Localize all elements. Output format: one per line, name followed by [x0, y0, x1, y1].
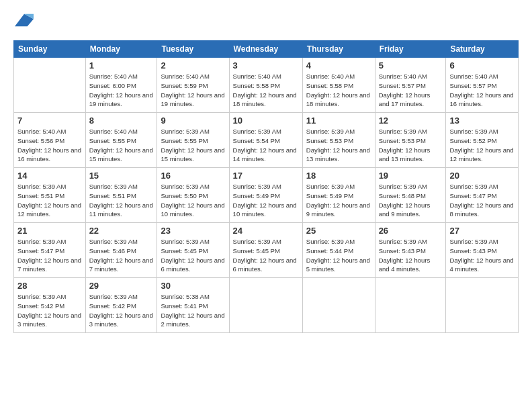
- calendar-cell: [229, 278, 302, 333]
- calendar-cell: 29Sunrise: 5:39 AM Sunset: 5:42 PM Dayli…: [85, 278, 157, 333]
- calendar-cell: 12Sunrise: 5:39 AM Sunset: 5:53 PM Dayli…: [375, 113, 446, 168]
- week-row-3: 14Sunrise: 5:39 AM Sunset: 5:51 PM Dayli…: [14, 168, 519, 223]
- calendar-cell: 16Sunrise: 5:39 AM Sunset: 5:50 PM Dayli…: [157, 168, 229, 223]
- day-number: 1: [89, 60, 154, 71]
- day-number: 5: [379, 60, 443, 71]
- day-number: 18: [306, 171, 371, 181]
- day-number: 21: [17, 226, 82, 236]
- day-number: 29: [89, 281, 154, 291]
- calendar-cell: [302, 278, 375, 333]
- calendar-cell: 7Sunrise: 5:40 AM Sunset: 5:56 PM Daylig…: [14, 113, 86, 168]
- day-info: Sunrise: 5:39 AM Sunset: 5:47 PM Dayligh…: [17, 237, 82, 274]
- day-number: 22: [89, 226, 154, 236]
- calendar-cell: 25Sunrise: 5:39 AM Sunset: 5:44 PM Dayli…: [302, 223, 375, 278]
- column-header-thursday: Thursday: [302, 41, 375, 58]
- calendar-cell: 27Sunrise: 5:39 AM Sunset: 5:43 PM Dayli…: [446, 223, 519, 278]
- calendar-cell: 1Sunrise: 5:40 AM Sunset: 6:00 PM Daylig…: [85, 58, 157, 113]
- day-info: Sunrise: 5:39 AM Sunset: 5:46 PM Dayligh…: [89, 237, 154, 274]
- day-info: Sunrise: 5:39 AM Sunset: 5:51 PM Dayligh…: [17, 182, 82, 219]
- day-info: Sunrise: 5:39 AM Sunset: 5:53 PM Dayligh…: [379, 127, 443, 164]
- day-info: Sunrise: 5:40 AM Sunset: 5:56 PM Dayligh…: [17, 127, 82, 164]
- day-info: Sunrise: 5:40 AM Sunset: 5:55 PM Dayligh…: [89, 127, 154, 164]
- calendar-cell: 9Sunrise: 5:39 AM Sunset: 5:55 PM Daylig…: [157, 113, 229, 168]
- calendar-cell: 4Sunrise: 5:40 AM Sunset: 5:58 PM Daylig…: [302, 58, 375, 113]
- calendar-cell: [375, 278, 446, 333]
- day-number: 8: [89, 116, 154, 126]
- day-info: Sunrise: 5:39 AM Sunset: 5:45 PM Dayligh…: [233, 237, 299, 274]
- calendar-cell: 21Sunrise: 5:39 AM Sunset: 5:47 PM Dayli…: [14, 223, 86, 278]
- logo-icon: [15, 11, 34, 30]
- day-number: 23: [161, 226, 225, 236]
- column-header-friday: Friday: [375, 41, 446, 58]
- header: [13, 12, 519, 32]
- week-row-4: 21Sunrise: 5:39 AM Sunset: 5:47 PM Dayli…: [14, 223, 519, 278]
- day-number: 11: [306, 116, 371, 126]
- day-info: Sunrise: 5:38 AM Sunset: 5:41 PM Dayligh…: [161, 292, 225, 329]
- day-number: 4: [306, 60, 371, 71]
- header-row: SundayMondayTuesdayWednesdayThursdayFrid…: [14, 41, 519, 58]
- calendar-cell: 2Sunrise: 5:40 AM Sunset: 5:59 PM Daylig…: [157, 58, 229, 113]
- day-number: 6: [449, 60, 515, 71]
- day-info: Sunrise: 5:39 AM Sunset: 5:52 PM Dayligh…: [449, 127, 515, 164]
- day-info: Sunrise: 5:39 AM Sunset: 5:43 PM Dayligh…: [449, 237, 515, 274]
- day-info: Sunrise: 5:40 AM Sunset: 5:58 PM Dayligh…: [306, 72, 371, 109]
- day-number: 30: [161, 281, 225, 291]
- day-info: Sunrise: 5:39 AM Sunset: 5:47 PM Dayligh…: [449, 182, 515, 219]
- calendar-cell: 30Sunrise: 5:38 AM Sunset: 5:41 PM Dayli…: [157, 278, 229, 333]
- calendar-table: SundayMondayTuesdayWednesdayThursdayFrid…: [13, 40, 519, 333]
- day-number: 7: [17, 116, 82, 126]
- day-number: 16: [161, 171, 225, 181]
- column-header-saturday: Saturday: [446, 41, 519, 58]
- day-info: Sunrise: 5:40 AM Sunset: 5:59 PM Dayligh…: [161, 72, 225, 109]
- day-info: Sunrise: 5:39 AM Sunset: 5:55 PM Dayligh…: [161, 127, 225, 164]
- day-info: Sunrise: 5:39 AM Sunset: 5:43 PM Dayligh…: [379, 237, 443, 274]
- day-number: 9: [161, 116, 225, 126]
- calendar-cell: 8Sunrise: 5:40 AM Sunset: 5:55 PM Daylig…: [85, 113, 157, 168]
- day-number: 14: [17, 171, 82, 181]
- calendar-cell: 24Sunrise: 5:39 AM Sunset: 5:45 PM Dayli…: [229, 223, 302, 278]
- logo: [13, 12, 34, 32]
- column-header-tuesday: Tuesday: [157, 41, 229, 58]
- calendar-cell: 3Sunrise: 5:40 AM Sunset: 5:58 PM Daylig…: [229, 58, 302, 113]
- day-info: Sunrise: 5:39 AM Sunset: 5:49 PM Dayligh…: [306, 182, 371, 219]
- day-info: Sunrise: 5:39 AM Sunset: 5:42 PM Dayligh…: [17, 292, 82, 329]
- column-header-sunday: Sunday: [14, 41, 86, 58]
- day-info: Sunrise: 5:39 AM Sunset: 5:50 PM Dayligh…: [161, 182, 225, 219]
- day-number: 3: [233, 60, 299, 71]
- day-info: Sunrise: 5:40 AM Sunset: 6:00 PM Dayligh…: [89, 72, 154, 109]
- day-number: 15: [89, 171, 154, 181]
- day-info: Sunrise: 5:39 AM Sunset: 5:48 PM Dayligh…: [379, 182, 443, 219]
- day-number: 10: [233, 116, 299, 126]
- day-info: Sunrise: 5:39 AM Sunset: 5:44 PM Dayligh…: [306, 237, 371, 274]
- day-number: 28: [17, 281, 82, 291]
- calendar-cell: 26Sunrise: 5:39 AM Sunset: 5:43 PM Dayli…: [375, 223, 446, 278]
- calendar-cell: 5Sunrise: 5:40 AM Sunset: 5:57 PM Daylig…: [375, 58, 446, 113]
- day-number: 20: [449, 171, 515, 181]
- calendar-cell: 14Sunrise: 5:39 AM Sunset: 5:51 PM Dayli…: [14, 168, 86, 223]
- day-info: Sunrise: 5:39 AM Sunset: 5:51 PM Dayligh…: [89, 182, 154, 219]
- calendar-cell: 6Sunrise: 5:40 AM Sunset: 5:57 PM Daylig…: [446, 58, 519, 113]
- day-number: 26: [379, 226, 443, 236]
- day-info: Sunrise: 5:40 AM Sunset: 5:57 PM Dayligh…: [449, 72, 515, 109]
- calendar-cell: 13Sunrise: 5:39 AM Sunset: 5:52 PM Dayli…: [446, 113, 519, 168]
- day-info: Sunrise: 5:39 AM Sunset: 5:49 PM Dayligh…: [233, 182, 299, 219]
- calendar-cell: 20Sunrise: 5:39 AM Sunset: 5:47 PM Dayli…: [446, 168, 519, 223]
- calendar-cell: 23Sunrise: 5:39 AM Sunset: 5:45 PM Dayli…: [157, 223, 229, 278]
- day-number: 2: [161, 60, 225, 71]
- day-info: Sunrise: 5:39 AM Sunset: 5:53 PM Dayligh…: [306, 127, 371, 164]
- calendar-cell: 15Sunrise: 5:39 AM Sunset: 5:51 PM Dayli…: [85, 168, 157, 223]
- day-number: 19: [379, 171, 443, 181]
- calendar-cell: 19Sunrise: 5:39 AM Sunset: 5:48 PM Dayli…: [375, 168, 446, 223]
- calendar-cell: 10Sunrise: 5:39 AM Sunset: 5:54 PM Dayli…: [229, 113, 302, 168]
- calendar-cell: [446, 278, 519, 333]
- day-number: 27: [449, 226, 515, 236]
- day-number: 13: [449, 116, 515, 126]
- calendar-cell: [14, 58, 86, 113]
- day-info: Sunrise: 5:39 AM Sunset: 5:42 PM Dayligh…: [89, 292, 154, 329]
- calendar-cell: 17Sunrise: 5:39 AM Sunset: 5:49 PM Dayli…: [229, 168, 302, 223]
- day-info: Sunrise: 5:40 AM Sunset: 5:58 PM Dayligh…: [233, 72, 299, 109]
- calendar-cell: 28Sunrise: 5:39 AM Sunset: 5:42 PM Dayli…: [14, 278, 86, 333]
- day-info: Sunrise: 5:39 AM Sunset: 5:54 PM Dayligh…: [233, 127, 299, 164]
- week-row-5: 28Sunrise: 5:39 AM Sunset: 5:42 PM Dayli…: [14, 278, 519, 333]
- calendar-cell: 18Sunrise: 5:39 AM Sunset: 5:49 PM Dayli…: [302, 168, 375, 223]
